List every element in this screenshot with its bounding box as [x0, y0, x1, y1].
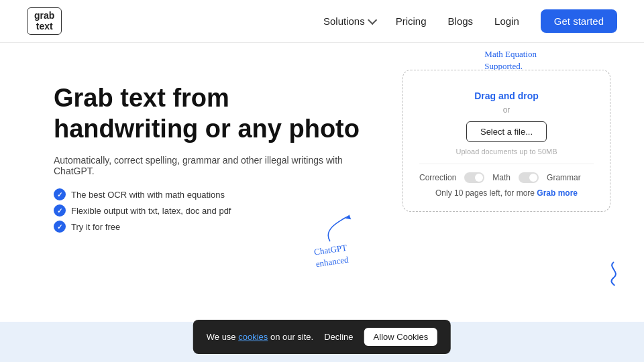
select-file-button[interactable]: Select a file...: [466, 121, 547, 142]
footer-section: We use cookies on our site. Decline Allo…: [0, 322, 644, 362]
hero-left: Grab text from handwriting or any photo …: [54, 76, 376, 237]
chatgpt-annotation-line2: enhanced: [315, 254, 350, 269]
nav-login[interactable]: Login: [494, 15, 519, 27]
get-started-button[interactable]: Get started: [541, 9, 617, 33]
cookie-link[interactable]: cookies: [238, 332, 268, 342]
hero-title: Grab text from handwriting or any photo: [54, 83, 376, 144]
nav-links: Solutions Pricing Blogs Login Get starte…: [323, 9, 617, 33]
check-icon: [54, 221, 66, 233]
math-annotation-line1: Math Equation: [484, 49, 537, 59]
nav-solutions[interactable]: Solutions: [323, 15, 374, 27]
check-icon: [54, 188, 66, 200]
correction-label: Correction: [419, 173, 456, 182]
correction-toggle[interactable]: [464, 172, 484, 183]
hero-subtitle: Automatically, correct spelling, grammar…: [54, 155, 376, 176]
navbar: grab text Solutions Pricing Blogs Login …: [0, 0, 644, 43]
cookie-banner: We use cookies on our site. Decline Allo…: [193, 320, 451, 354]
nav-blogs[interactable]: Blogs: [448, 15, 474, 27]
allow-cookies-button[interactable]: Allow Cookies: [364, 328, 438, 346]
upload-hint: Upload documents up to 50MB: [419, 147, 594, 156]
cookie-text: We use cookies on our site.: [207, 332, 313, 342]
hero-section: Grab text from handwriting or any photo …: [0, 43, 644, 322]
check-icon: [54, 204, 66, 217]
feature-text-3: Try it for free: [71, 222, 120, 232]
feature-text-2: Flexible output with txt, latex, doc and…: [71, 206, 231, 216]
feature-item: The best OCR with with math equations: [54, 188, 376, 200]
grab-more-link[interactable]: Grab more: [537, 188, 578, 198]
math-toggle[interactable]: [519, 172, 539, 183]
chevron-down-icon: [368, 15, 377, 24]
grammar-label: Grammar: [547, 173, 581, 182]
annotation-chatgpt: ChatGPT enhanced: [308, 213, 353, 269]
decline-button[interactable]: Decline: [324, 332, 353, 342]
math-label: Math: [492, 173, 511, 182]
squiggle-arrow-icon: [604, 259, 624, 288]
nav-pricing[interactable]: Pricing: [396, 15, 427, 27]
pages-left: Only 10 pages left, for more Grab more: [419, 188, 594, 198]
pages-left-text: Only 10 pages left, for more: [435, 188, 537, 198]
logo-line1: grab: [34, 11, 54, 21]
logo[interactable]: grab text: [27, 7, 62, 35]
feature-text-1: The best OCR with with math equations: [71, 190, 225, 200]
solutions-label: Solutions: [323, 15, 365, 27]
or-text: or: [419, 105, 594, 115]
card-footer: Correction Math Grammar Only 10 pages le…: [419, 164, 594, 198]
upload-area: Drag and drop or Select a file... Upload…: [419, 90, 594, 156]
logo-line2: text: [36, 21, 53, 32]
toggles-row: Correction Math Grammar: [419, 172, 594, 183]
drag-drop-text: Drag and drop: [419, 90, 594, 101]
upload-card: Drag and drop or Select a file... Upload…: [402, 70, 610, 212]
